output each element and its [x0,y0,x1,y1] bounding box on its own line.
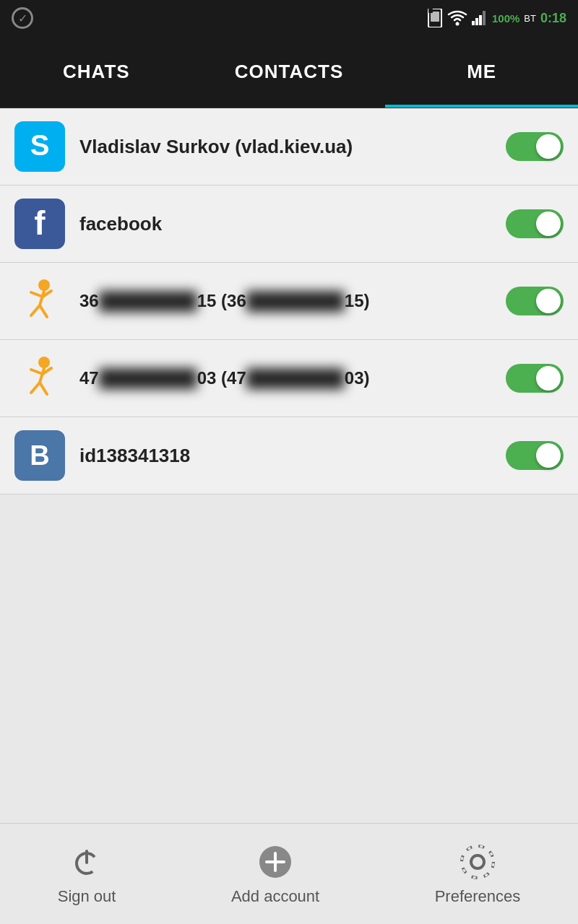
wifi-icon [447,10,467,26]
sign-out-icon [67,842,107,881]
skype-icon: S [14,121,65,172]
status-bar: ✓ 100% BT 0:18 [0,0,578,36]
account-list: S Vladislav Surkov (vlad.kiev.ua) f face… [0,108,578,823]
notification-icon: ✓ [12,7,33,29]
tab-bar: CHATS CONTACTS ME [0,36,578,108]
preferences-button[interactable]: Preferences [435,842,521,906]
svg-point-30 [462,846,493,878]
status-left: ✓ [12,7,33,29]
svg-line-21 [40,383,47,394]
add-account-label: Add account [231,887,319,906]
clock: 0:18 [540,11,566,26]
vk-toggle[interactable] [506,441,564,470]
skype-account-name: Vladislav Surkov (vlad.kiev.ua) [79,136,506,158]
svg-rect-1 [431,12,439,22]
skype-toggle[interactable] [506,132,564,161]
tab-contacts[interactable]: CONTACTS [193,36,386,108]
account-item-aim1: 36████████15 (36████████15) [0,263,578,340]
svg-text:B: B [30,440,49,471]
account-item-facebook: f facebook [0,186,578,263]
vk-icon: B [14,430,65,481]
facebook-icon: f [14,199,65,249]
facebook-toggle[interactable] [506,209,564,238]
battery-percentage: 100% [492,12,519,25]
sign-out-button[interactable]: Sign out [58,842,116,906]
preferences-icon [457,842,497,881]
aim2-toggle[interactable] [506,364,564,393]
svg-rect-7 [483,11,486,25]
svg-rect-4 [472,21,475,25]
bottom-bar: Sign out Add account Preferences [0,823,578,924]
svg-line-18 [31,370,43,374]
svg-text:S: S [30,129,50,161]
svg-point-10 [38,279,50,291]
add-account-icon [256,842,296,881]
status-right: 100% BT 0:18 [427,9,566,27]
svg-text:f: f [34,206,46,242]
aim1-icon [14,276,65,326]
svg-line-12 [31,292,43,297]
bluetooth-label: BT [524,13,536,24]
add-account-button[interactable]: Add account [231,842,319,906]
svg-rect-2 [428,9,433,13]
account-item-vk: B id138341318 [0,417,578,494]
svg-line-20 [31,383,40,393]
svg-point-29 [462,846,493,878]
svg-line-11 [40,291,44,305]
svg-rect-6 [479,15,482,25]
svg-rect-5 [475,18,478,25]
svg-point-3 [455,22,459,26]
aim1-toggle[interactable] [506,287,564,315]
sim-icon [427,9,443,27]
vk-account-name: id138341318 [79,445,506,467]
account-item-skype: S Vladislav Surkov (vlad.kiev.ua) [0,108,578,186]
svg-line-14 [31,305,40,315]
svg-point-16 [38,357,50,368]
svg-point-28 [471,855,484,868]
aim1-account-name: 36████████15 (36████████15) [79,291,506,311]
account-item-aim2: 47████████03 (47████████03) [0,340,578,417]
svg-line-17 [40,368,44,383]
svg-line-15 [40,305,47,317]
tab-me[interactable]: ME [385,36,578,108]
aim2-account-name: 47████████03 (47████████03) [79,368,506,388]
sign-out-label: Sign out [58,887,116,906]
facebook-account-name: facebook [79,213,506,235]
signal-icon [472,11,488,25]
preferences-label: Preferences [435,887,521,906]
tab-chats[interactable]: CHATS [0,36,193,108]
aim2-icon [14,353,65,404]
